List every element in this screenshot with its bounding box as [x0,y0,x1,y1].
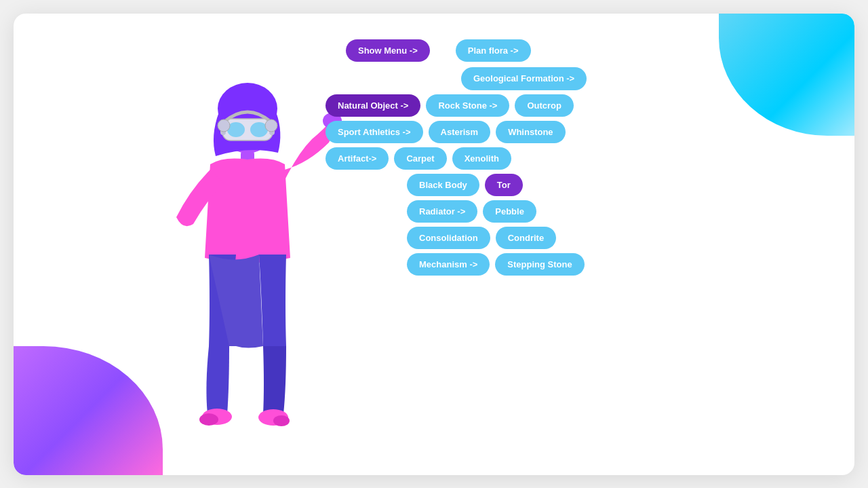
radiator-button[interactable]: Radiator -> [407,200,477,223]
xenolith-button[interactable]: Xenolith [452,147,511,170]
condrite-button[interactable]: Condrite [496,227,556,249]
svg-point-14 [273,415,290,426]
main-screen: Show Menu -> Plan flora -> Geological Fo… [14,14,854,475]
row-radiator: Radiator -> Pebble [407,200,536,223]
vr-person-illustration [129,48,359,475]
carpet-button[interactable]: Carpet [394,147,446,170]
plan-flora-button[interactable]: Plan flora -> [456,39,531,62]
pebble-button[interactable]: Pebble [483,200,536,223]
mechanism-button[interactable]: Mechanism -> [407,253,490,276]
row-black-body: Black Body Tor [407,174,523,196]
menu-area: Show Menu -> Plan flora -> Geological Fo… [326,39,587,276]
row-mechanism: Mechanism -> Stepping Stone [407,253,585,276]
geological-formation-button[interactable]: Geological Formation -> [461,67,587,91]
consolidation-button[interactable]: Consolidation [407,227,490,249]
svg-point-7 [218,119,230,132]
rock-stone-button[interactable]: Rock Stone -> [426,94,509,117]
outcrop-button[interactable]: Outcrop [515,94,574,117]
svg-point-12 [199,413,218,426]
svg-point-8 [265,119,277,132]
asterism-button[interactable]: Asterism [429,121,491,143]
row-artifact: Artifact-> Carpet Xenolith [326,147,511,170]
row-consolidation: Consolidation Condrite [407,227,556,249]
row-sport-athletics: Sport Athletics -> Asterism Whinstone [326,121,566,143]
blob-top-right [719,14,854,136]
whinstone-button[interactable]: Whinstone [496,121,565,143]
sport-athletics-button[interactable]: Sport Athletics -> [326,121,423,143]
natural-object-button[interactable]: Natural Object -> [326,94,420,117]
artifact-button[interactable]: Artifact-> [326,147,389,170]
show-menu-button[interactable]: Show Menu -> [346,39,430,62]
tor-button[interactable]: Tor [485,174,523,196]
row-geological: Geological Formation -> [461,67,587,91]
stepping-stone-button[interactable]: Stepping Stone [495,253,584,276]
row-show-menu: Show Menu -> Plan flora -> [346,39,531,62]
row-natural-object: Natural Object -> Rock Stone -> Outcrop [326,94,574,117]
black-body-button[interactable]: Black Body [407,174,479,196]
